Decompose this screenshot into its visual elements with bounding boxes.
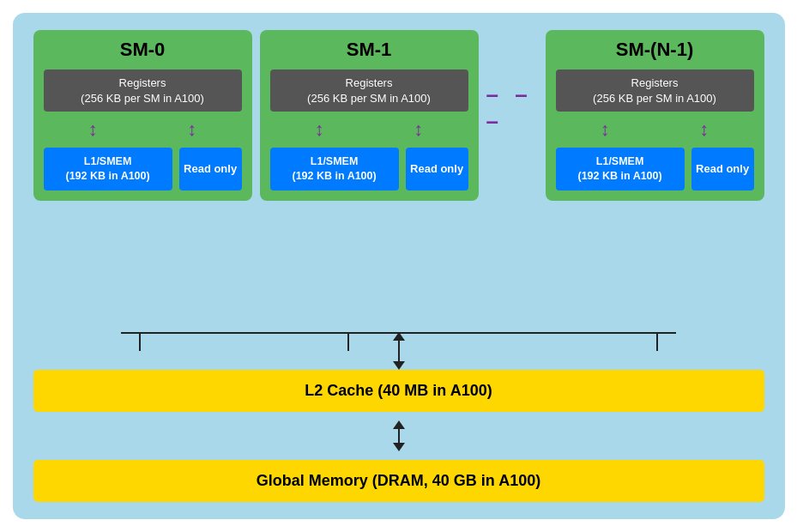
smn1-bottom: L1/SMEM (192 KB in A100) Read only	[556, 148, 754, 190]
sm-block-0: SM-0 Registers (256 KB per SM in A100) ↕…	[33, 30, 252, 201]
arrowhead-up-center	[393, 332, 405, 341]
smn1-purple-arrows: ↕ ↕	[556, 118, 754, 141]
arrowhead-down-l2	[393, 443, 405, 451]
memory-section: L2 Cache (40 MB in A100) Global Memory (…	[33, 370, 764, 502]
sm0-registers: Registers (256 KB per SM in A100)	[44, 70, 242, 112]
sm1-readonly: Read only	[406, 148, 468, 190]
sm0-title: SM-0	[120, 39, 166, 61]
sm1-title: SM-1	[347, 39, 392, 61]
sm1-purple-arrows: ↕ ↕	[270, 118, 468, 141]
arrow-shaft-l2	[398, 429, 400, 443]
gpu-architecture-diagram: SM-0 Registers (256 KB per SM in A100) ↕…	[13, 13, 785, 519]
sm1-l1smem: L1/SMEM (192 KB in A100)	[270, 148, 399, 190]
sm-blocks-row: SM-0 Registers (256 KB per SM in A100) ↕…	[33, 30, 764, 317]
arrow-shaft-center	[398, 341, 400, 361]
sm-block-1: SM-1 Registers (256 KB per SM in A100) ↕…	[260, 30, 479, 201]
sm0-l1smem: L1/SMEM (192 KB in A100)	[44, 148, 172, 190]
sm0-purple-arrows: ↕ ↕	[44, 118, 242, 141]
sm0-bottom: L1/SMEM (192 KB in A100) Read only	[44, 148, 242, 190]
sm1-registers: Registers (256 KB per SM in A100)	[270, 70, 468, 112]
double-arrow-l2-global	[393, 420, 405, 451]
arrowhead-up-l2	[393, 420, 405, 429]
vert-line-sm1	[347, 332, 349, 351]
smn1-readonly: Read only	[691, 148, 754, 190]
ellipsis-dots: – – –	[486, 82, 538, 135]
sm-block-n1: SM-(N-1) Registers (256 KB per SM in A10…	[546, 30, 764, 201]
arrowhead-down-center	[393, 361, 405, 370]
smn1-l1smem: L1/SMEM (192 KB in A100)	[556, 148, 685, 190]
center-double-arrow	[393, 332, 405, 370]
l2-to-global-arrow	[33, 420, 764, 451]
global-memory-bar: Global Memory (DRAM, 40 GB in A100)	[33, 460, 764, 502]
smn1-title: SM-(N-1)	[616, 39, 693, 61]
sm0-readonly: Read only	[179, 148, 242, 190]
vert-line-smn1	[656, 332, 658, 351]
sm-to-l2-connector	[33, 332, 764, 370]
sm1-bottom: L1/SMEM (192 KB in A100) Read only	[270, 148, 468, 190]
l2-cache-bar: L2 Cache (40 MB in A100)	[33, 370, 764, 412]
smn1-registers: Registers (256 KB per SM in A100)	[556, 70, 754, 112]
vert-line-sm0	[139, 332, 141, 351]
